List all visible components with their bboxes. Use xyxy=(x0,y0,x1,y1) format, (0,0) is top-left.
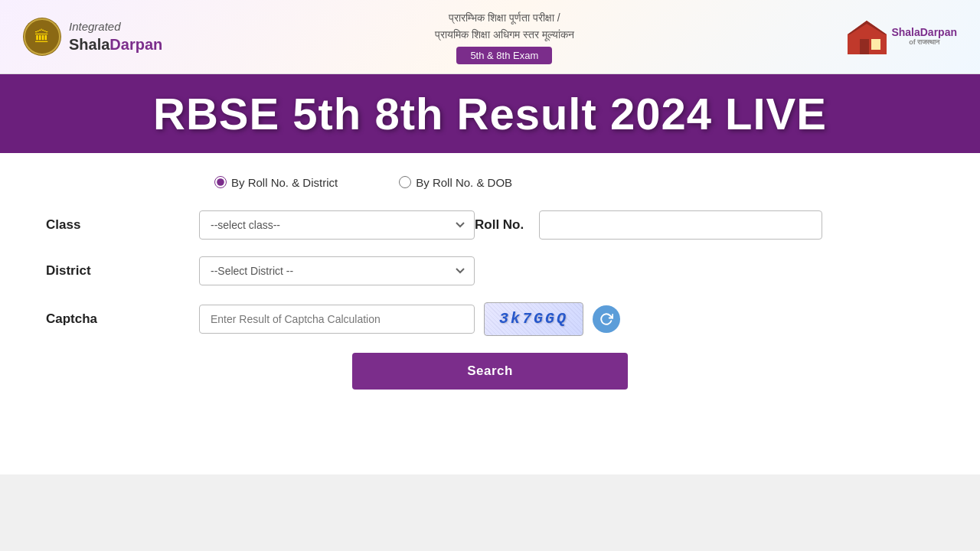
district-select[interactable]: --Select District -- Ajmer Alwar Jaipur … xyxy=(199,256,475,285)
captcha-section: 3k7GGQ xyxy=(484,302,620,336)
right-logo-container: ShalaDarpan of राजस्थान xyxy=(846,18,957,56)
svg-rect-3 xyxy=(860,39,869,54)
emblem-icon: 🏛 xyxy=(23,18,61,56)
captcha-image: 3k7GGQ xyxy=(484,302,583,336)
logo-text: Integrated ShalaDarpan xyxy=(69,19,162,54)
svg-text:🏛: 🏛 xyxy=(34,28,50,45)
radio-option-dob[interactable]: By Roll No. & DOB xyxy=(399,176,512,189)
banner: RBSE 5th 8th Result 2024 LIVE xyxy=(0,74,980,153)
search-button[interactable]: Search xyxy=(352,353,628,390)
exam-badge: 5th & 8th Exam xyxy=(456,47,552,64)
captcha-label: Captcha xyxy=(46,311,199,327)
search-btn-row: Search xyxy=(46,353,934,390)
form-container: By Roll No. & District By Roll No. & DOB… xyxy=(0,153,980,474)
district-row: District --Select District -- Ajmer Alwa… xyxy=(46,256,934,285)
captcha-row: Captcha 3k7GGQ xyxy=(46,302,934,336)
class-rollno-row: Class --select class-- Class 5 Class 8 R… xyxy=(46,210,934,240)
captcha-refresh-button[interactable] xyxy=(593,305,620,333)
class-select-wrap: --select class-- Class 5 Class 8 xyxy=(199,210,475,240)
svg-rect-4 xyxy=(871,39,880,50)
class-label: Class xyxy=(46,217,199,233)
header-center: प्रारम्भिक शिक्षा पूर्णता परीक्षा / प्रा… xyxy=(435,9,574,64)
logo-left: 🏛 Integrated ShalaDarpan xyxy=(23,18,162,56)
shaladarpan-label: ShalaDarpan xyxy=(69,34,162,54)
class-select[interactable]: --select class-- Class 5 Class 8 xyxy=(199,210,475,240)
radio-district[interactable] xyxy=(214,176,227,188)
radio-dob[interactable] xyxy=(399,176,411,188)
rollno-input[interactable] xyxy=(539,210,822,240)
rollno-section: Roll No. xyxy=(475,210,934,240)
header: 🏛 Integrated ShalaDarpan प्रारम्भिक शिक्… xyxy=(0,0,980,74)
captcha-input-wrap xyxy=(199,305,475,334)
integrated-label: Integrated xyxy=(69,19,162,34)
rollno-label: Roll No. xyxy=(475,217,524,233)
radio-row: By Roll No. & District By Roll No. & DOB xyxy=(46,176,934,189)
logo-right: ShalaDarpan of राजस्थान xyxy=(846,18,957,56)
hindi-text: प्रारम्भिक शिक्षा पूर्णता परीक्षा / प्रा… xyxy=(435,9,574,44)
radio-option-district[interactable]: By Roll No. & District xyxy=(214,176,338,189)
house-icon xyxy=(846,18,888,56)
captcha-input[interactable] xyxy=(199,305,475,334)
banner-title: RBSE 5th 8th Result 2024 LIVE xyxy=(31,88,949,139)
right-logo-text: ShalaDarpan of राजस्थान xyxy=(891,26,957,47)
district-select-wrap: --Select District -- Ajmer Alwar Jaipur … xyxy=(199,256,475,285)
district-label: District xyxy=(46,263,199,279)
